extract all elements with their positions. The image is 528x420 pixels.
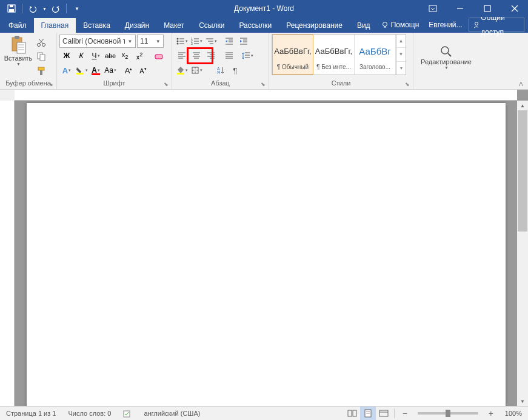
clear-format-button[interactable] [152,49,165,62]
bullets-button[interactable]: ▾ [175,35,189,48]
styles-launcher[interactable]: ⬊ [403,80,412,88]
strike-button[interactable]: abc [104,49,117,62]
outdent-icon [225,37,233,45]
ribbon-options-button[interactable] [424,0,441,17]
clipboard-launcher[interactable]: ⬊ [47,80,55,88]
minimize-button[interactable] [446,0,473,17]
svg-point-76 [441,47,449,54]
text-effects-button[interactable]: A▾ [60,64,73,77]
group-paragraph: ▾ 123▾ ▾ ▾ ▾ ▾ AЯ ¶ [172,33,269,89]
help-area: Помощн Евгений... Общий доступ [378,17,528,33]
qat-customize[interactable]: ▼ [69,1,85,16]
highlight-button[interactable]: ▾ [75,64,88,77]
print-layout-button[interactable] [360,407,376,421]
tab-mailings[interactable]: Рассылки [232,18,279,33]
justify-button[interactable] [222,49,236,62]
zoom-in-button[interactable]: + [483,407,499,421]
document-scroll[interactable] [15,101,517,406]
format-painter-button[interactable] [35,64,48,78]
zoom-level[interactable]: 100% [499,410,528,417]
borders-button[interactable]: ▾ [190,64,203,77]
style-preview: АаБбВвГг, [274,39,311,64]
change-case-button[interactable]: Aa▾ [104,64,117,77]
style-heading1[interactable]: АаБбВг Заголово... [355,35,396,75]
shrink-font-button[interactable]: A▾ [136,64,150,77]
multilevel-button[interactable]: ▾ [204,35,218,48]
decrease-indent-button[interactable] [222,35,236,48]
show-marks-button[interactable]: ¶ [229,64,242,77]
subscript-button[interactable]: x2 [118,49,132,62]
tab-insert[interactable]: Вставка [76,18,118,33]
gallery-more[interactable]: ▾ [396,62,406,75]
share-icon [473,21,479,28]
tab-file[interactable]: Файл [1,18,34,33]
zoom-thumb[interactable] [446,410,450,417]
read-mode-button[interactable] [344,407,360,421]
shading-button[interactable]: ▾ [175,64,189,77]
tab-review[interactable]: Рецензирование [279,18,350,33]
italic-button[interactable]: К [75,49,88,62]
chevron-down-icon[interactable]: ▼ [126,39,134,44]
spellcheck-indicator[interactable] [117,407,138,420]
zoom-slider[interactable] [418,412,478,415]
vertical-scrollbar[interactable]: ▲ ▼ [517,101,528,406]
sort-button[interactable]: AЯ [214,64,227,77]
style-no-spacing[interactable]: АаБбВвГг, ¶ Без инте... [313,35,355,75]
document-area: ▲ ▼ [0,90,528,406]
web-layout-button[interactable] [376,407,392,421]
svg-text:3: 3 [191,42,193,45]
align-center-button[interactable] [190,49,203,62]
redo-button[interactable] [48,1,64,16]
language-indicator[interactable]: английский (США) [138,407,206,420]
font-size-combo[interactable]: 11 ▼ [137,35,164,48]
undo-dropdown[interactable]: ▼ [42,7,47,11]
paste-button[interactable]: Вставить ▼ [2,34,34,79]
font-name-combo[interactable]: Calibri (Основной тек ▼ [59,35,136,48]
cut-button[interactable] [35,36,48,49]
scroll-thumb[interactable] [518,110,527,232]
vertical-ruler[interactable] [0,101,15,406]
underline-button[interactable]: Ч▾ [89,49,102,62]
copy-button[interactable] [35,50,48,63]
chevron-down-icon[interactable]: ▼ [154,39,162,44]
zoom-out-button[interactable]: − [397,407,413,421]
scroll-down-button[interactable]: ▼ [517,396,528,406]
tab-home[interactable]: Главная [34,18,76,33]
word-count[interactable]: Число слов: 0 [62,407,117,420]
font-launcher[interactable]: ⬊ [162,80,170,88]
gallery-down[interactable]: ▼ [396,48,406,61]
maximize-button[interactable] [473,0,501,17]
undo-button[interactable] [25,1,41,16]
horizontal-ruler[interactable] [15,90,517,101]
save-button[interactable] [4,1,19,16]
tell-me-button[interactable]: Помощн [378,18,423,32]
increase-indent-button[interactable] [237,35,250,48]
gallery-up[interactable]: ▲ [396,35,406,48]
grow-font-button[interactable]: A▴ [122,64,135,77]
borders-icon [191,66,199,75]
share-button[interactable]: Общий доступ [469,18,524,32]
numbering-button[interactable]: 123▾ [190,35,203,48]
superscript-button[interactable]: x2 [133,49,146,62]
tab-references[interactable]: Ссылки [192,18,232,33]
document-page[interactable] [27,103,506,406]
align-left-button[interactable] [175,49,189,62]
style-normal[interactable]: АаБбВвГг, ¶ Обычный [272,35,313,75]
align-right-button[interactable] [204,49,218,62]
close-icon [511,5,518,12]
tab-view[interactable]: Вид [350,18,378,33]
line-spacing-button[interactable]: ▾ [241,49,254,62]
page-indicator[interactable]: Страница 1 из 1 [0,407,62,420]
find-button[interactable]: Редактирование ▼ [416,44,476,70]
close-button[interactable] [501,0,528,17]
paragraph-launcher[interactable]: ⬊ [259,80,267,88]
scroll-up-button[interactable]: ▲ [517,101,528,110]
window-title: Документ1 - Word [234,4,294,13]
tab-layout[interactable]: Макет [156,18,192,33]
font-color-button[interactable]: A▾ [89,64,102,77]
cut-icon [36,38,46,47]
user-name[interactable]: Евгений... [425,18,466,32]
bold-button[interactable]: Ж [60,49,73,62]
tab-design[interactable]: Дизайн [118,18,156,33]
collapse-ribbon-button[interactable]: ᐱ [516,79,526,88]
